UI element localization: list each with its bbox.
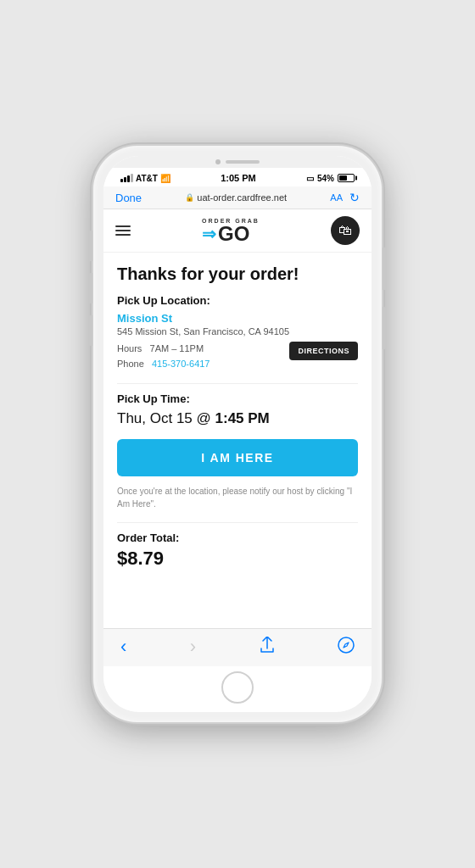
home-indicator-area [103, 666, 372, 712]
phone-screen: AT&T 📶 1:05 PM ▭ 54% Done 🔒 uat-order.ca… [103, 156, 372, 712]
camera-dot [215, 159, 221, 164]
carrier-label: AT&T [136, 174, 158, 183]
cart-icon: 🛍 [338, 223, 352, 238]
directions-button[interactable]: DIRECTIONS [289, 342, 358, 360]
cart-button[interactable]: 🛍 [331, 216, 360, 245]
hours-label: Hours [117, 343, 142, 353]
browser-back-button[interactable]: ‹ [120, 636, 126, 658]
phone-row: Phone 415-370-6417 [117, 357, 210, 372]
order-total-value: $8.79 [117, 548, 358, 570]
logo-go-label: GO [218, 224, 249, 244]
hamburger-menu-button[interactable] [115, 225, 131, 236]
logo-arrow-icon: ⇒ [202, 225, 216, 242]
browser-actions: AA ↻ [330, 191, 360, 204]
order-total-label: Order Total: [117, 531, 358, 544]
app-logo: ORDER GRAB ⇒ GO [202, 218, 260, 244]
divider-1 [117, 383, 358, 384]
wifi-icon: 📶 [160, 174, 170, 183]
divider-2 [117, 522, 358, 523]
location-info: Hours 7AM – 11PM Phone 415-370-6417 [117, 342, 210, 371]
speaker-slot [226, 160, 260, 164]
status-time: 1:05 PM [221, 173, 256, 183]
battery-fill [339, 175, 347, 181]
location-name[interactable]: Mission St [117, 312, 358, 325]
svg-point-0 [338, 637, 354, 653]
browser-url: uat-order.cardfree.net [197, 192, 287, 203]
page-content: ORDER GRAB ⇒ GO 🛍 Thanks for your order!… [103, 209, 372, 628]
phone-label: Phone [117, 359, 144, 369]
reload-button[interactable]: ↻ [349, 191, 360, 204]
location-address: 545 Mission St, San Francisco, CA 94105 [117, 326, 358, 337]
hamburger-line-2 [115, 230, 131, 231]
pickup-time-value: Thu, Oct 15 @ 1:45 PM [117, 410, 358, 427]
aa-button[interactable]: AA [330, 192, 343, 203]
pickup-location-label: Pick Up Location: [117, 294, 358, 307]
browser-compass-button[interactable] [338, 637, 355, 658]
phone-notch [103, 156, 372, 168]
pickup-time-label: Pick Up Time: [117, 392, 358, 405]
battery-icon [338, 174, 355, 182]
location-details: Hours 7AM – 11PM Phone 415-370-6417 DIRE… [117, 342, 358, 371]
i-am-here-button[interactable]: I AM HERE [117, 439, 358, 476]
browser-share-button[interactable] [260, 637, 275, 658]
hamburger-line-1 [115, 225, 131, 227]
hamburger-line-3 [115, 234, 131, 236]
status-bar: AT&T 📶 1:05 PM ▭ 54% [103, 168, 372, 186]
pickup-time-prefix: Thu, Oct 15 @ [117, 410, 215, 426]
browser-nav: ‹ › [103, 628, 372, 666]
browser-done-button[interactable]: Done [115, 192, 142, 204]
hours-row: Hours 7AM – 11PM [117, 342, 210, 357]
browser-bar: Done 🔒 uat-order.cardfree.net AA ↻ [103, 186, 372, 209]
home-button[interactable] [221, 671, 254, 704]
hours-value: 7AM – 11PM [150, 343, 204, 353]
lock-icon: 🔒 [185, 193, 194, 202]
phone-frame: AT&T 📶 1:05 PM ▭ 54% Done 🔒 uat-order.ca… [93, 146, 382, 722]
status-left: AT&T 📶 [120, 174, 170, 183]
main-content: Thanks for your order! Pick Up Location:… [103, 253, 372, 581]
browser-url-bar[interactable]: 🔒 uat-order.cardfree.net [185, 192, 287, 203]
phone-number[interactable]: 415-370-6417 [152, 359, 210, 369]
screen-mirror-icon: ▭ [306, 174, 314, 183]
thanks-heading: Thanks for your order! [117, 264, 358, 284]
status-right: ▭ 54% [306, 174, 355, 183]
i-am-here-note: Once you're at the location, please noti… [117, 485, 358, 510]
browser-forward-button[interactable]: › [190, 636, 196, 658]
signal-bars [120, 174, 133, 182]
logo-go-text: ⇒ GO [202, 224, 260, 244]
battery-percent: 54% [317, 174, 334, 183]
app-header: ORDER GRAB ⇒ GO 🛍 [103, 209, 372, 253]
pickup-time-bold: 1:45 PM [215, 410, 270, 426]
